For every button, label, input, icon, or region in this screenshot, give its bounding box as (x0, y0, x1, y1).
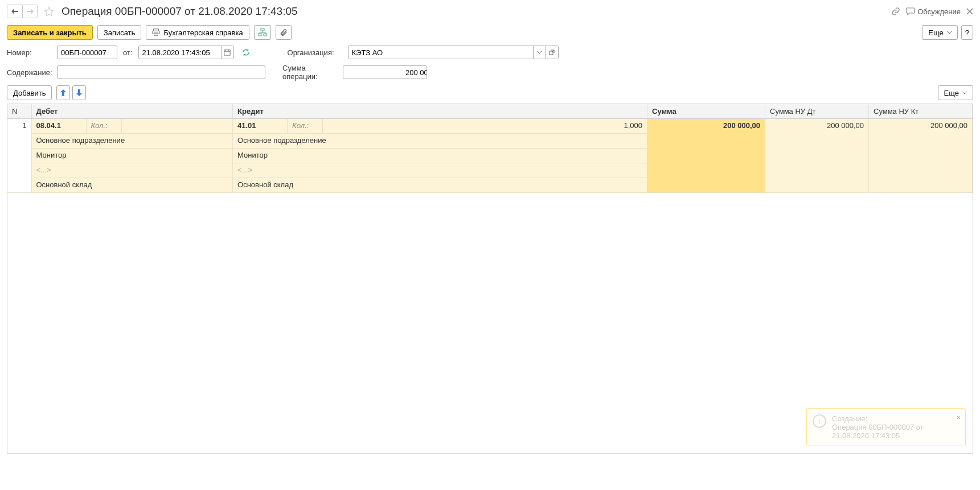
discussion-label: Обсуждение (917, 7, 961, 16)
accounting-ref-button[interactable]: Бухгалтерская справка (146, 25, 249, 40)
notification-text: Операция 00БП-000007 от 21.08.2020 17:43… (832, 423, 949, 440)
date-field[interactable] (139, 46, 221, 59)
open-icon (549, 50, 555, 55)
table-toolbar: Добавить Еще (7, 85, 973, 100)
notification-toast: i × Создание: Операция 00БП-000007 от 21… (806, 408, 966, 446)
table-more-label: Еще (944, 89, 959, 97)
org-group (348, 46, 559, 59)
chevron-down-icon (947, 31, 952, 34)
th-sum[interactable]: Сумма (647, 104, 765, 119)
number-label: Номер: (7, 48, 51, 57)
close-icon (966, 8, 973, 15)
help-button[interactable]: ? (961, 25, 973, 40)
cell-credit-sub2[interactable]: Монитор (233, 149, 647, 163)
table-container: N Дебет Кредит Сумма Сумма НУ Дт Сумма Н… (7, 104, 973, 454)
main-toolbar: Записать и закрыть Записать Бухгалтерска… (7, 25, 973, 40)
header-bar: Операция 00БП-000007 от 21.08.2020 17:43… (7, 5, 973, 18)
arrow-up-icon (60, 89, 66, 96)
number-field[interactable] (57, 46, 117, 59)
more-button[interactable]: Еще (922, 25, 957, 40)
th-credit[interactable]: Кредит (233, 104, 647, 119)
cell-credit-qty-value[interactable]: 1,000 (323, 119, 647, 134)
save-button[interactable]: Записать (97, 25, 142, 40)
calendar-button[interactable] (221, 46, 233, 59)
paperclip-icon (280, 28, 288, 36)
refresh-icon (242, 48, 250, 56)
org-open-button[interactable] (546, 46, 558, 59)
favorite-button[interactable] (42, 5, 56, 18)
svg-rect-5 (264, 34, 266, 36)
svg-rect-0 (154, 29, 159, 31)
arrow-right-icon (27, 9, 34, 14)
cell-credit-sub1[interactable]: Основное подразделение (233, 134, 647, 149)
cell-debit-sub1[interactable]: Основное подразделение (31, 134, 233, 149)
content-label: Содержание: (7, 68, 51, 77)
cell-credit-sub4[interactable]: Основной склад (233, 178, 647, 193)
svg-rect-4 (259, 34, 261, 36)
cell-sum-nu-dt[interactable]: 200 000,00 (765, 119, 869, 193)
accounting-ref-label: Бухгалтерская справка (163, 28, 243, 37)
arrow-left-icon (11, 9, 18, 14)
cell-sum-nu-kt[interactable]: 200 000,00 (869, 119, 973, 193)
th-debit[interactable]: Дебет (31, 104, 233, 119)
move-up-button[interactable] (56, 85, 70, 100)
refresh-date-button[interactable] (242, 48, 250, 56)
org-field[interactable] (348, 46, 533, 59)
nav-group (7, 5, 38, 18)
sum-group (343, 65, 427, 79)
cell-debit-sub4[interactable]: Основной склад (31, 178, 233, 193)
cell-debit-qty-label[interactable]: Кол.: (86, 119, 121, 134)
cell-debit-account[interactable]: 08.04.1 (31, 119, 86, 134)
info-icon: i (813, 414, 826, 428)
notification-close-button[interactable]: × (956, 413, 961, 422)
link-button[interactable] (891, 7, 900, 16)
cell-credit-sub3[interactable]: <...> (233, 163, 647, 178)
svg-rect-3 (261, 28, 264, 31)
org-label: Организация: (288, 48, 342, 57)
chevron-down-icon (962, 92, 967, 94)
from-label: от: (123, 48, 133, 57)
discussion-button[interactable]: Обсуждение (906, 7, 961, 16)
org-dropdown-button[interactable] (533, 46, 546, 59)
structure-icon (258, 28, 267, 37)
star-icon (44, 6, 54, 17)
cell-sum[interactable]: 200 000,00 (647, 119, 765, 193)
close-button[interactable] (966, 8, 973, 15)
svg-rect-1 (153, 31, 159, 34)
table-more-button[interactable]: Еще (938, 85, 973, 100)
th-sum-nu-dt[interactable]: Сумма НУ Дт (765, 104, 869, 119)
cell-credit-account[interactable]: 41.01 (233, 119, 288, 134)
chat-icon (906, 7, 915, 15)
cell-debit-sub3[interactable]: <...> (31, 163, 233, 178)
th-sum-nu-kt[interactable]: Сумма НУ Кт (869, 104, 973, 119)
arrow-down-icon (76, 89, 82, 96)
cell-debit-sub2[interactable]: Монитор (31, 149, 233, 163)
table-header-row: N Дебет Кредит Сумма Сумма НУ Дт Сумма Н… (7, 104, 973, 119)
print-icon (152, 28, 160, 36)
date-group (138, 46, 234, 59)
forward-button[interactable] (22, 5, 37, 18)
postings-table: N Дебет Кредит Сумма Сумма НУ Дт Сумма Н… (7, 104, 973, 193)
sum-field[interactable] (343, 66, 427, 79)
cell-debit-qty-value[interactable] (121, 119, 233, 134)
cell-credit-qty-label[interactable]: Кол.: (288, 119, 323, 134)
back-button[interactable] (7, 5, 22, 18)
save-close-button[interactable]: Записать и закрыть (7, 25, 93, 40)
sum-label: Сумма операции: (282, 64, 337, 81)
cell-n[interactable]: 1 (7, 119, 31, 193)
notification-title: Создание: (832, 414, 949, 423)
link-icon (891, 7, 900, 16)
th-n[interactable]: N (7, 104, 31, 119)
form-row-2: Содержание: Сумма операции: (7, 64, 973, 81)
chevron-down-icon (537, 51, 542, 54)
add-button[interactable]: Добавить (7, 85, 52, 100)
form-row-1: Номер: от: Организация: (7, 46, 973, 59)
attach-button[interactable] (276, 25, 292, 40)
calendar-icon (224, 49, 231, 56)
structure-button[interactable] (254, 25, 271, 40)
more-label: Еще (928, 28, 943, 37)
content-field[interactable] (57, 65, 265, 79)
move-down-button[interactable] (72, 85, 86, 100)
table-row[interactable]: 1 08.04.1 Кол.: 41.01 Кол.: 1,000 200 00… (7, 119, 973, 134)
page-title: Операция 00БП-000007 от 21.08.2020 17:43… (61, 5, 298, 18)
